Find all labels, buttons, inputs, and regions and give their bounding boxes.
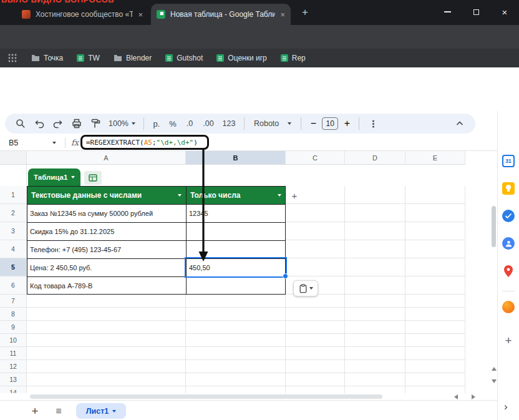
cell[interactable] xyxy=(27,360,186,373)
minimize-button[interactable] xyxy=(433,0,462,24)
scroll-left-icon[interactable] xyxy=(454,394,458,399)
cell[interactable] xyxy=(345,308,405,321)
bookmark-item[interactable]: Gutshot xyxy=(165,54,203,62)
cell[interactable] xyxy=(27,334,186,347)
cell[interactable] xyxy=(405,321,465,334)
cell[interactable] xyxy=(27,295,186,308)
cell-b4[interactable] xyxy=(186,240,286,258)
addon-icon[interactable] xyxy=(502,301,515,313)
cell[interactable] xyxy=(186,347,286,360)
bookmark-item[interactable]: TW xyxy=(77,54,100,62)
cell[interactable] xyxy=(345,258,405,276)
cell-a1-table-header[interactable]: Текстовые данные с числами xyxy=(27,186,186,204)
row-header[interactable]: 10 xyxy=(0,334,27,347)
cell[interactable] xyxy=(286,222,345,240)
fill-handle[interactable] xyxy=(283,273,288,279)
cell[interactable] xyxy=(27,347,186,360)
cell-a2[interactable]: Заказ №12345 на сумму 50000 рублей xyxy=(27,204,186,222)
collapse-toolbar-button[interactable] xyxy=(452,115,468,132)
cell[interactable] xyxy=(186,373,286,386)
currency-format-button[interactable]: р. xyxy=(150,115,163,132)
row-header[interactable]: 13 xyxy=(0,373,27,386)
cell[interactable] xyxy=(405,186,465,204)
cell[interactable] xyxy=(345,276,405,295)
cell[interactable] xyxy=(345,295,405,308)
cell[interactable] xyxy=(405,386,465,393)
horizontal-scrollbar[interactable] xyxy=(0,393,491,400)
column-header-d[interactable]: D xyxy=(345,151,405,165)
cell-b2[interactable]: 12345 xyxy=(186,204,286,222)
scroll-down-icon[interactable] xyxy=(492,379,497,383)
cell-b1-table-header[interactable]: Только числа xyxy=(186,186,286,204)
cell[interactable] xyxy=(286,308,345,321)
maximize-button[interactable] xyxy=(462,0,490,24)
cell[interactable] xyxy=(405,276,465,295)
row-header[interactable]: 4 xyxy=(0,240,27,258)
increase-decimals-button[interactable]: .00 xyxy=(200,115,217,132)
column-menu-icon[interactable] xyxy=(278,194,281,197)
add-sheet-button[interactable]: + xyxy=(27,404,42,419)
cell[interactable] xyxy=(345,360,405,373)
cell[interactable] xyxy=(345,334,405,347)
cell[interactable] xyxy=(286,204,345,222)
cell[interactable] xyxy=(186,295,286,308)
cell[interactable] xyxy=(345,386,405,393)
toolbar-more-button[interactable] xyxy=(365,115,381,132)
close-window-button[interactable]: × xyxy=(490,0,519,24)
search-menus-button[interactable] xyxy=(12,115,29,132)
row-header[interactable]: 6 xyxy=(0,276,27,295)
row-header[interactable]: 1 xyxy=(0,186,27,204)
cell[interactable] xyxy=(345,347,405,360)
select-all-corner[interactable] xyxy=(0,151,27,165)
cell[interactable] xyxy=(345,240,405,258)
zoom-selector[interactable]: 100% xyxy=(106,119,138,128)
cell[interactable] xyxy=(345,321,405,334)
cell[interactable] xyxy=(405,360,465,373)
undo-button[interactable] xyxy=(31,115,47,132)
decrease-font-size-button[interactable]: − xyxy=(307,115,319,132)
sheet-tab-active[interactable]: Лист1 xyxy=(76,403,126,419)
cell-b6[interactable] xyxy=(186,276,286,295)
get-addons-button[interactable]: + xyxy=(502,335,515,347)
cell[interactable] xyxy=(405,347,465,360)
add-table-column-button[interactable]: + xyxy=(288,189,301,202)
close-tab-icon[interactable]: × xyxy=(138,11,143,19)
name-box[interactable]: B5 xyxy=(9,139,18,147)
font-size-input[interactable]: 10 xyxy=(322,117,338,130)
cell[interactable] xyxy=(286,334,345,347)
percent-format-button[interactable]: % xyxy=(166,115,180,132)
cell[interactable] xyxy=(27,321,186,334)
vertical-scrollbar[interactable] xyxy=(491,151,497,393)
calendar-icon[interactable]: 31 xyxy=(502,155,515,167)
formula-input[interactable]: =REGEXEXTRACT(A5;"\d+,\d+") xyxy=(80,135,209,150)
bookmark-item[interactable]: Оценки игр xyxy=(216,54,266,62)
font-selector[interactable]: Roboto xyxy=(250,119,295,128)
table-options-button[interactable] xyxy=(84,171,102,185)
cell[interactable] xyxy=(345,373,405,386)
scroll-up-icon[interactable] xyxy=(492,367,497,371)
cell[interactable] xyxy=(345,204,405,222)
maps-icon[interactable] xyxy=(502,265,515,277)
cell[interactable] xyxy=(286,373,345,386)
cell[interactable] xyxy=(186,334,286,347)
cell[interactable] xyxy=(345,222,405,240)
cell[interactable] xyxy=(186,386,286,393)
row-header[interactable]: 8 xyxy=(0,308,27,321)
increase-font-size-button[interactable]: + xyxy=(341,115,353,132)
row-header[interactable]: 5 xyxy=(0,258,27,276)
scroll-right-icon[interactable] xyxy=(472,394,475,399)
cell[interactable] xyxy=(286,386,345,393)
row-header[interactable]: 7 xyxy=(0,295,27,308)
row-header[interactable]: 2 xyxy=(0,204,27,222)
table-name-chip[interactable]: Таблица1 xyxy=(28,168,80,186)
cell[interactable] xyxy=(405,308,465,321)
cell-a3[interactable]: Скидка 15% до 31.12.2025 xyxy=(27,222,186,240)
cell[interactable] xyxy=(27,308,186,321)
keep-icon[interactable] xyxy=(502,182,515,195)
cell[interactable] xyxy=(186,360,286,373)
redo-button[interactable] xyxy=(50,115,66,132)
cell[interactable] xyxy=(405,240,465,258)
more-formats-button[interactable]: 123 xyxy=(220,115,238,132)
tasks-icon[interactable] xyxy=(502,210,515,222)
scrollbar-thumb[interactable] xyxy=(30,394,382,399)
